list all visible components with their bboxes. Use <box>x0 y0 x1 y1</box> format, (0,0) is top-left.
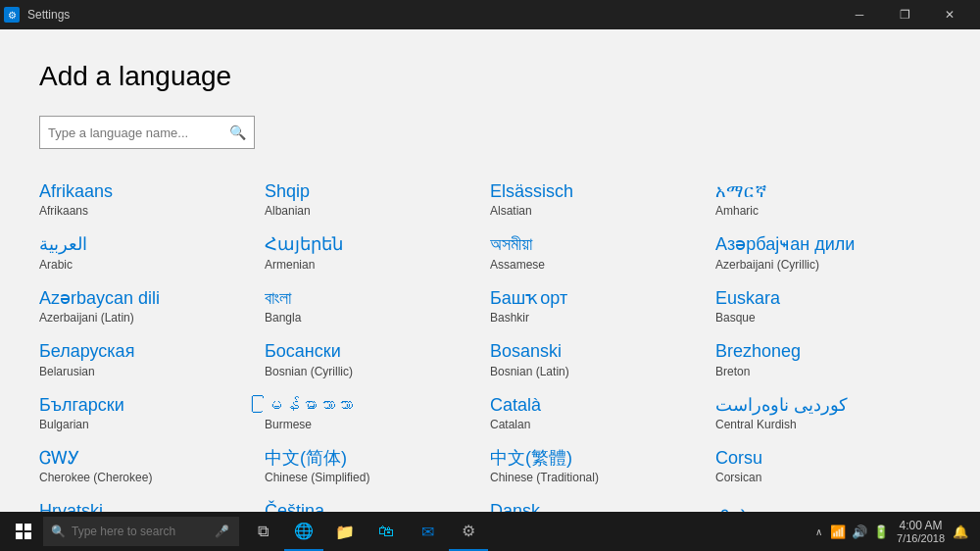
language-item[interactable]: ᏣᎳᎩ Cherokee (Cherokee) <box>39 443 265 492</box>
language-english-name: Corsican <box>715 471 933 484</box>
settings-icon: ⚙ <box>462 522 475 540</box>
language-item[interactable]: Азәрбајҹан дили Azerbaijani (Cyrillic) <box>715 229 941 278</box>
main-content: Add a language 🔍 Afrikaans Afrikaans Shq… <box>0 29 980 522</box>
taskbar-search-input[interactable] <box>72 525 209 538</box>
language-item[interactable]: Euskara Basque <box>715 283 941 332</box>
minimize-button[interactable]: ─ <box>837 0 882 29</box>
language-english-name: Burmese <box>265 418 482 431</box>
system-tray-expand-icon[interactable]: ∧ <box>815 526 822 537</box>
language-english-name: Breton <box>715 365 933 378</box>
language-english-name: Armenian <box>265 258 482 272</box>
clock[interactable]: 4:00 AM 7/16/2018 <box>897 519 945 544</box>
language-native-name: অসমীয়া <box>490 233 708 256</box>
language-english-name: Chinese (Simplified) <box>265 471 482 484</box>
language-item[interactable]: Català Catalan <box>490 390 715 439</box>
title-bar-left: ⚙ Settings <box>4 7 70 23</box>
mail-icon: ✉ <box>421 523 434 541</box>
language-english-name: Azerbaijani (Latin) <box>39 311 257 325</box>
maximize-button[interactable]: ❐ <box>882 0 927 29</box>
taskbar-search-box[interactable]: 🔍 🎤 <box>43 517 239 546</box>
language-english-name: Amharic <box>715 204 933 218</box>
file-explorer-app[interactable]: 📁 <box>325 512 365 551</box>
language-item[interactable]: Elsässisch Alsatian <box>490 176 715 225</box>
language-native-name: Afrikaans <box>39 180 257 203</box>
edge-icon: 🌐 <box>294 522 314 540</box>
language-item[interactable]: Azərbaycan dili Azerbaijani (Latin) <box>39 283 265 332</box>
language-item[interactable]: Башҡорт Bashkir <box>490 283 715 332</box>
language-item[interactable]: Հայերեն Armenian <box>265 229 490 278</box>
task-view-button[interactable]: ⧉ <box>243 512 282 551</box>
language-native-name: မြန်မာဘာသာ <box>265 394 482 417</box>
language-item[interactable]: မြန်မာဘာသာ Burmese <box>265 390 490 439</box>
notification-icon[interactable]: 🔔 <box>953 525 968 539</box>
language-english-name: Bangla <box>265 311 482 325</box>
language-item[interactable]: Afrikaans Afrikaans <box>39 176 265 225</box>
language-native-name: Brezhoneg <box>715 340 933 363</box>
language-item[interactable]: Corsu Corsican <box>715 443 941 492</box>
language-native-name: Català <box>490 394 708 417</box>
search-bar[interactable]: 🔍 <box>39 116 255 149</box>
language-native-name: Босански <box>265 340 482 363</box>
language-item[interactable]: Босански Bosnian (Cyrillic) <box>265 336 490 385</box>
language-english-name: Belarusian <box>39 365 257 378</box>
language-english-name: Central Kurdish <box>715 418 933 431</box>
language-english-name: Albanian <box>265 204 482 218</box>
network-icon[interactable]: 📶 <box>830 525 846 539</box>
language-native-name: ᏣᎳᎩ <box>39 447 257 470</box>
settings-app[interactable]: ⚙ <box>449 512 488 551</box>
language-item[interactable]: Bosanski Bosnian (Latin) <box>490 336 715 385</box>
language-native-name: Shqip <box>265 180 482 203</box>
edge-app[interactable]: 🌐 <box>284 512 323 551</box>
language-native-name: Български <box>39 394 257 417</box>
search-icon: 🔍 <box>229 125 246 140</box>
system-tray-icons: 📶 🔊 🔋 <box>830 525 889 539</box>
language-item[interactable]: Беларуская Belarusian <box>39 336 265 385</box>
language-english-name: Chinese (Traditional) <box>490 471 708 484</box>
language-item[interactable]: 中文(简体) Chinese (Simplified) <box>265 443 490 492</box>
language-item[interactable]: Shqip Albanian <box>265 176 490 225</box>
language-item[interactable]: Brezhoneg Breton <box>715 336 941 385</box>
language-native-name: বাংলা <box>265 287 482 310</box>
language-native-name: Bosanski <box>490 340 708 363</box>
language-item[interactable]: አማርኛ Amharic <box>715 176 941 225</box>
language-native-name: Corsu <box>715 447 933 470</box>
mail-app[interactable]: ✉ <box>408 512 447 551</box>
taskbar-apps: ⧉ 🌐 📁 🛍 ✉ ⚙ <box>239 512 815 551</box>
language-native-name: كوردیی ناوەراست <box>715 394 933 417</box>
language-item[interactable]: বাংলা Bangla <box>265 283 490 332</box>
search-input[interactable] <box>48 125 229 140</box>
language-native-name: Հայերեն <box>265 233 482 256</box>
language-native-name: Беларуская <box>39 340 257 363</box>
language-english-name: Basque <box>715 311 933 325</box>
language-english-name: Bosnian (Cyrillic) <box>265 365 482 378</box>
title-bar-title: Settings <box>27 8 70 22</box>
title-bar: ⚙ Settings ─ ❐ ✕ <box>0 0 980 29</box>
language-english-name: Alsatian <box>490 204 708 218</box>
language-native-name: 中文(简体) <box>265 447 482 470</box>
language-item[interactable]: كوردیی ناوەراست Central Kurdish <box>715 390 941 439</box>
language-item[interactable]: Български Bulgarian <box>39 390 265 439</box>
taskbar-search-icon: 🔍 <box>51 525 66 538</box>
close-button[interactable]: ✕ <box>927 0 972 29</box>
language-item[interactable]: 中文(繁體) Chinese (Traditional) <box>490 443 715 492</box>
title-bar-controls: ─ ❐ ✕ <box>837 0 972 29</box>
language-item[interactable]: العربية Arabic <box>39 229 265 278</box>
language-native-name: 中文(繁體) <box>490 447 708 470</box>
task-view-icon: ⧉ <box>258 523 269 540</box>
settings-window-icon: ⚙ <box>4 7 20 23</box>
language-native-name: العربية <box>39 233 257 256</box>
language-item[interactable]: অসমীয়া Assamese <box>490 229 715 278</box>
language-english-name: Afrikaans <box>39 204 257 218</box>
time-display: 4:00 AM <box>897 519 945 532</box>
sound-icon[interactable]: 🔊 <box>852 525 867 539</box>
store-app[interactable]: 🛍 <box>367 512 406 551</box>
language-native-name: Azərbaycan dili <box>39 287 257 310</box>
language-native-name: Euskara <box>715 287 933 310</box>
language-native-name: Башҡорт <box>490 287 708 310</box>
start-button[interactable] <box>4 512 43 551</box>
language-grid: Afrikaans Afrikaans Shqip Albanian Elsäs… <box>39 176 941 522</box>
language-english-name: Assamese <box>490 258 708 272</box>
windows-icon <box>16 524 31 539</box>
battery-icon[interactable]: 🔋 <box>873 525 889 539</box>
folder-icon: 📁 <box>335 523 355 541</box>
